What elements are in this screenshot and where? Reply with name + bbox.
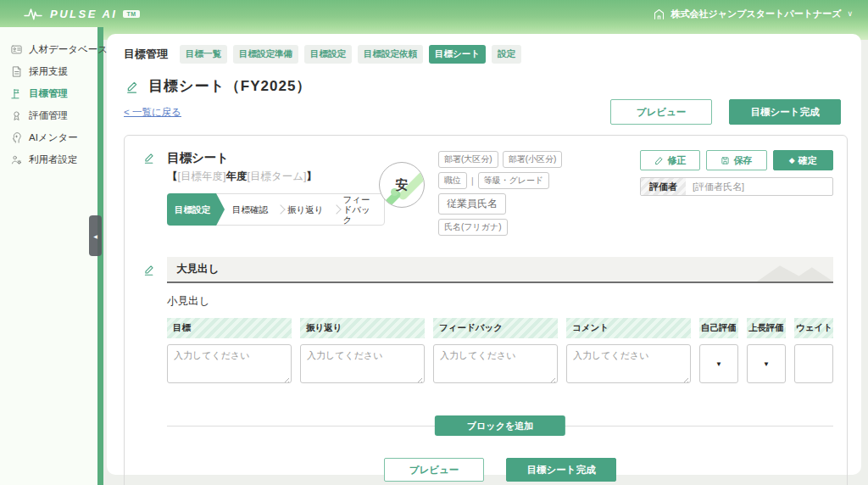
term-placeholder: [目標ターム] <box>247 170 306 182</box>
feedback-cell <box>433 344 558 387</box>
sidebar-item-label: 採用支援 <box>29 65 68 78</box>
goal-cell <box>167 344 292 387</box>
avatar-initial: 安 <box>396 177 409 193</box>
app-logo: PULSE AI TM <box>22 5 140 22</box>
year-placeholder: [目標年度] <box>178 170 226 182</box>
revise-button[interactable]: 修正 <box>640 150 700 170</box>
confirm-button[interactable]: ◆ 確定 <box>773 150 833 170</box>
column-header-feedback: フィードバック <box>433 318 558 338</box>
sidebar-item-label: AIメンター <box>29 131 78 144</box>
diamond-icon: ◆ <box>789 156 795 164</box>
page-title: 目標シート（FY2025） <box>148 76 311 96</box>
badge-separator: | <box>471 176 474 186</box>
complete-sheet-button[interactable]: 目標シート完成 <box>729 99 841 125</box>
tab-settings[interactable]: 設定 <box>492 45 521 64</box>
sidebar-item-evaluation-management[interactable]: 評価管理 <box>0 104 97 126</box>
save-icon <box>721 156 730 165</box>
collapse-arrow-icon: ◀ <box>93 233 97 239</box>
sidebar-collapse-handle[interactable]: ◀ <box>89 215 102 256</box>
column-header-self-evaluation: 自己評価 <box>699 318 738 338</box>
complete-sheet-button-bottom[interactable]: 目標シート完成 <box>506 458 616 482</box>
section-label: 目標管理 <box>124 47 168 62</box>
company-dropdown[interactable]: 株式会社ジャンプスタートパートナーズ ∨ <box>653 8 853 20</box>
pencil-icon <box>654 156 664 165</box>
employee-name-badge: 従業員氏名 <box>438 193 506 215</box>
step-goal-confirmation: 目標確認 <box>225 194 275 225</box>
edit-title-button[interactable] <box>125 80 139 93</box>
pencil-icon <box>143 152 155 164</box>
employee-info-badges: 部署(大区分) 部署(小区分) 職位 | 等級・グレード 従業員氏名 氏名( <box>438 150 633 240</box>
column-header-manager-evaluation: 上長評価 <box>747 318 786 338</box>
sheet-title: 目標シート <box>167 150 369 166</box>
block-heading: 大見出し <box>176 263 219 275</box>
caret-down-icon: ▼ <box>715 360 722 368</box>
tab-goal-setting[interactable]: 目標設定 <box>304 45 352 64</box>
sidebar-item-recruiting-support[interactable]: 採用支援 <box>0 60 97 82</box>
workflow-steps: 目標設定 目標確認 振り返り フィードバック <box>167 193 385 226</box>
preview-button[interactable]: プレビュー <box>610 99 712 125</box>
manager-evaluation-select[interactable]: ▼ <box>747 344 786 383</box>
chevron-down-icon: ∨ <box>847 9 853 18</box>
reflection-cell <box>300 344 425 387</box>
tab-goal-setting-request[interactable]: 目標設定依頼 <box>358 45 423 64</box>
step-goal-setting: 目標設定 <box>167 193 225 226</box>
column-header-goal: 目標 <box>167 318 292 338</box>
revise-label: 修正 <box>667 154 686 167</box>
sidebar: 人材データベース 採用支援 目標管理 評価管理 <box>0 27 103 485</box>
feedback-textarea[interactable] <box>433 344 558 383</box>
goal-flag-icon <box>10 87 23 100</box>
sidebar-item-goal-management[interactable]: 目標管理 <box>0 82 97 104</box>
subtitle-bracket-open: 【 <box>167 170 178 182</box>
preview-button-bottom[interactable]: プレビュー <box>384 458 484 482</box>
add-block-button[interactable]: ブロックを追加 <box>435 415 565 436</box>
save-label: 保存 <box>733 154 752 167</box>
weight-input[interactable] <box>794 344 833 383</box>
company-name: 株式会社ジャンプスタートパートナーズ <box>671 8 842 20</box>
subtitle-bracket-close: 】 <box>307 170 318 182</box>
pencil-icon <box>125 80 139 93</box>
evaluator-field: 評価者 [評価者氏名] <box>640 177 833 196</box>
sidebar-item-label: 目標管理 <box>29 87 68 100</box>
name-kana-badge: 氏名(フリガナ) <box>438 219 508 236</box>
medal-icon <box>10 109 23 122</box>
goal-textarea[interactable] <box>167 344 292 383</box>
comment-cell <box>566 344 691 387</box>
position-badge: 職位 <box>438 172 467 189</box>
sidebar-item-talent-database[interactable]: 人材データベース <box>0 38 97 60</box>
edit-heading-button[interactable] <box>143 264 155 276</box>
pencil-icon <box>143 264 155 276</box>
column-header-reflection: 振り返り <box>300 318 425 338</box>
goal-sheet-card: 目標シート 【[目標年度]年度[目標ターム]】 目標設定 目標確認 振り返り フ… <box>124 135 848 485</box>
sidebar-item-label: 利用者設定 <box>29 153 78 166</box>
sidebar-item-label: 人材データベース <box>29 43 108 56</box>
column-header-comment: コメント <box>566 318 691 338</box>
step-reflection: 振り返り <box>275 194 331 225</box>
tab-goal-list[interactable]: 目標一覧 <box>180 45 227 64</box>
tm-badge: TM <box>123 10 139 18</box>
add-block-divider: ブロックを追加 <box>167 415 833 436</box>
confirm-label: 確定 <box>798 154 817 167</box>
goal-table: 目標 振り返り フィードバック コメント 自己評価 上長評価 ウェイト <box>167 318 833 387</box>
tab-goal-setting-prep[interactable]: 目標設定準備 <box>233 45 298 64</box>
main-panel: 目標管理 目標一覧 目標設定準備 目標設定 目標設定依頼 目標シート 設定 目標… <box>107 34 861 475</box>
logo-text: PULSE AI <box>50 8 117 20</box>
step-feedback: フィードバック <box>331 194 384 225</box>
save-button[interactable]: 保存 <box>706 150 766 170</box>
mentor-head-icon <box>10 131 23 144</box>
sidebar-item-ai-mentor[interactable]: AIメンター <box>0 126 97 148</box>
block-subheading: 小見出し <box>167 294 833 309</box>
app-header: PULSE AI TM 株式会社ジャンプスタートパートナーズ ∨ <box>0 0 868 27</box>
comment-textarea[interactable] <box>566 344 691 383</box>
self-evaluation-select[interactable]: ▼ <box>699 344 738 383</box>
evaluator-value: [評価者氏名] <box>686 181 751 193</box>
reflection-textarea[interactable] <box>300 344 425 383</box>
edit-sheet-button[interactable] <box>143 152 155 164</box>
sidebar-item-user-settings[interactable]: 利用者設定 <box>0 148 97 170</box>
mountains-decoration-icon <box>757 257 833 282</box>
evaluator-label: 評価者 <box>641 178 686 195</box>
tab-goal-sheet[interactable]: 目標シート <box>429 45 486 64</box>
dept-minor-badge: 部署(小区分) <box>503 151 563 168</box>
user-settings-icon <box>10 153 23 166</box>
block-heading-bar: 大見出し <box>167 257 833 283</box>
back-to-list-link[interactable]: < 一覧に戻る <box>124 106 181 119</box>
